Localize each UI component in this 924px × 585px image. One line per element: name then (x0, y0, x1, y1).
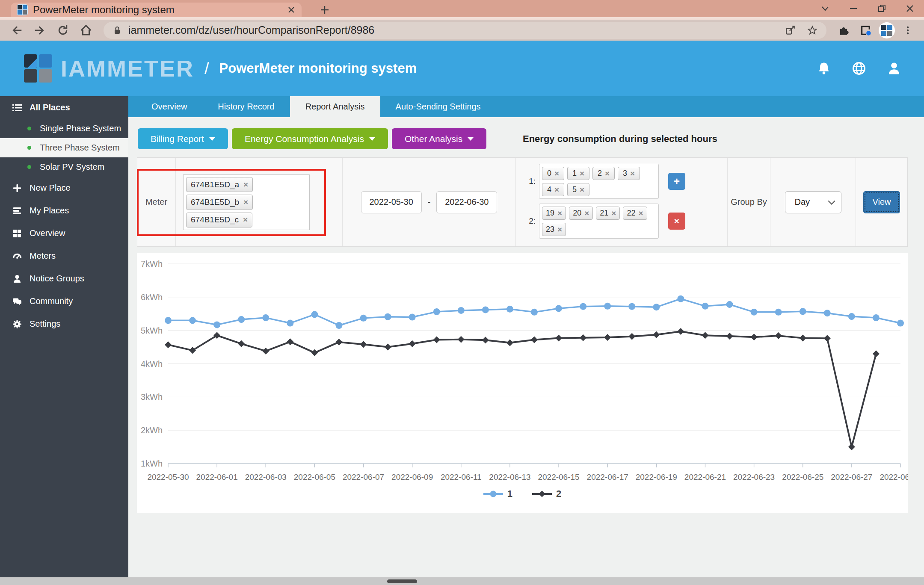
data-point[interactable] (653, 304, 660, 310)
extensions-puzzle-icon[interactable] (834, 21, 853, 40)
data-point[interactable] (897, 320, 904, 327)
remove-hour-group-button[interactable]: × (668, 213, 685, 230)
extension-devtool-icon[interactable] (856, 21, 875, 40)
sidebar-item-overview[interactable]: Overview (0, 222, 128, 245)
reload-icon[interactable] (53, 21, 73, 40)
data-point[interactable] (555, 335, 562, 342)
language-globe-icon[interactable] (851, 61, 867, 76)
data-point[interactable] (335, 339, 342, 346)
sidebar-item-meters[interactable]: Meters (0, 245, 128, 267)
data-point[interactable] (702, 332, 708, 339)
data-point[interactable] (311, 311, 318, 318)
back-icon[interactable] (7, 21, 27, 40)
data-point[interactable] (385, 344, 391, 351)
data-point[interactable] (751, 334, 758, 340)
data-point[interactable] (165, 317, 172, 324)
sidebar-item-solar-pv-system[interactable]: Solar PV System (0, 157, 128, 177)
share-icon[interactable] (785, 25, 796, 36)
remove-tag-icon[interactable]: × (580, 169, 584, 178)
data-point[interactable] (238, 316, 245, 323)
home-icon[interactable] (76, 21, 96, 40)
tab-report-analysis[interactable]: Report Analysis (290, 96, 380, 117)
remove-tag-icon[interactable]: × (580, 185, 584, 195)
data-point[interactable] (604, 334, 611, 341)
data-point[interactable] (287, 338, 293, 345)
data-point[interactable] (506, 306, 513, 313)
legend-item-1[interactable]: 1 (483, 488, 512, 499)
data-point[interactable] (580, 334, 586, 341)
data-point[interactable] (213, 321, 220, 328)
series-2[interactable] (165, 328, 880, 450)
window-minimize-icon[interactable] (839, 0, 868, 17)
data-point[interactable] (775, 309, 782, 316)
remove-tag-icon[interactable]: × (243, 198, 248, 207)
remove-tag-icon[interactable]: × (554, 169, 559, 178)
data-point[interactable] (726, 333, 733, 340)
data-point[interactable] (604, 303, 611, 310)
data-point[interactable] (800, 335, 806, 342)
data-point[interactable] (873, 314, 880, 321)
data-point[interactable] (751, 309, 758, 316)
window-restore-icon[interactable] (868, 0, 896, 17)
add-hour-group-button[interactable]: + (668, 173, 685, 190)
data-point[interactable] (409, 340, 416, 347)
data-point[interactable] (238, 340, 245, 347)
sidebar-item-settings[interactable]: Settings (0, 313, 128, 335)
data-point[interactable] (262, 348, 269, 355)
data-point[interactable] (360, 341, 367, 348)
data-point[interactable] (385, 313, 391, 320)
bookmark-star-icon[interactable] (807, 25, 818, 36)
sidebar-item-three-phase-system[interactable]: Three Phase System (0, 138, 128, 157)
sidebar-item-my-places[interactable]: My Places (0, 199, 128, 222)
remove-tag-icon[interactable]: × (243, 180, 248, 189)
remove-tag-icon[interactable]: × (611, 209, 616, 218)
data-point[interactable] (800, 308, 806, 315)
data-point[interactable] (702, 303, 708, 310)
remove-tag-icon[interactable]: × (630, 169, 635, 178)
hour-select-box[interactable]: 0×1×2×3×4×5× (539, 164, 659, 199)
legend-item-2[interactable]: 2 (532, 488, 561, 499)
data-point[interactable] (458, 307, 465, 314)
data-point[interactable] (531, 336, 538, 343)
data-point[interactable] (848, 443, 855, 450)
remove-tag-icon[interactable]: × (557, 209, 562, 218)
sidebar-item-notice-groups[interactable]: Notice Groups (0, 267, 128, 290)
remove-tag-icon[interactable]: × (584, 209, 589, 218)
forward-icon[interactable] (30, 21, 50, 40)
meter-multiselect[interactable]: 674B1E5D_a×674B1E5D_b×674B1E5D_c× (183, 174, 310, 230)
data-point[interactable] (433, 308, 440, 315)
data-point[interactable] (824, 335, 831, 342)
account-user-icon[interactable] (886, 61, 902, 76)
tab-search-chevron-icon[interactable] (811, 0, 839, 17)
browser-menu-icon[interactable] (898, 21, 917, 40)
sidebar-item-single-phase-system[interactable]: Single Phase System (0, 119, 128, 138)
data-point[interactable] (482, 306, 489, 313)
data-point[interactable] (628, 333, 635, 340)
data-point[interactable] (482, 337, 489, 343)
date-to-input[interactable] (436, 191, 497, 213)
tab-auto-sending-settings[interactable]: Auto-Sending Settings (380, 96, 496, 117)
group-by-select[interactable]: Day (785, 191, 841, 213)
data-point[interactable] (726, 301, 733, 308)
data-point[interactable] (628, 303, 635, 310)
series-1[interactable] (165, 295, 904, 329)
browser-tab[interactable]: PowerMeter monitoring system (11, 3, 302, 17)
data-point[interactable] (873, 350, 880, 357)
tab-close-icon[interactable] (287, 6, 296, 14)
notifications-bell-icon[interactable] (816, 61, 832, 76)
data-point[interactable] (311, 349, 318, 356)
new-tab-button[interactable] (317, 3, 332, 17)
taskbar-pill[interactable] (387, 579, 417, 583)
tab-overview[interactable]: Overview (136, 96, 202, 117)
remove-tag-icon[interactable]: × (554, 185, 559, 195)
energy-consumption-analysis-button[interactable]: Energy Consumption Analysis (232, 128, 388, 149)
window-close-icon[interactable] (896, 0, 924, 17)
data-point[interactable] (287, 320, 293, 327)
data-point[interactable] (775, 332, 782, 339)
remove-tag-icon[interactable]: × (243, 215, 248, 225)
date-from-input[interactable] (361, 191, 422, 213)
data-point[interactable] (335, 322, 342, 329)
address-bar[interactable]: iammeter.com/dz/user/hourComparisonRepor… (104, 22, 826, 39)
remove-tag-icon[interactable]: × (557, 225, 562, 234)
data-point[interactable] (531, 309, 538, 316)
